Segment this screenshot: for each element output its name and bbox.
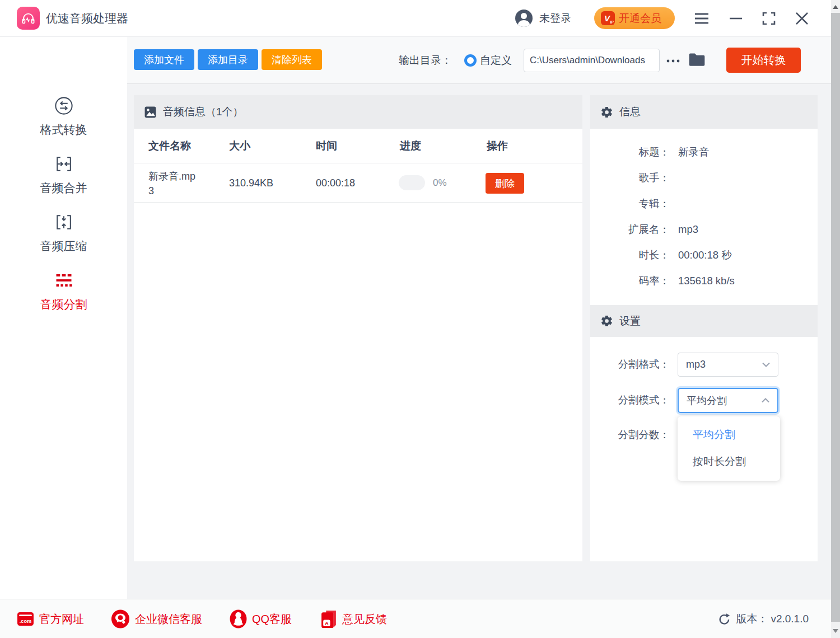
app-logo	[17, 7, 40, 30]
version-label: 版本：	[736, 612, 768, 626]
refresh-icon[interactable]	[718, 613, 731, 626]
vip-icon: V IP	[601, 11, 615, 25]
split-format-select[interactable]: mp3	[678, 353, 778, 377]
close-button[interactable]	[791, 0, 813, 36]
sidebar-item-format-convert[interactable]: 格式转换	[0, 96, 127, 138]
open-vip-button[interactable]: V IP 开通会员	[594, 7, 675, 29]
table-row: 新录音.mp3 310.94KB 00:00:18 0% 删除	[134, 163, 582, 203]
user-avatar-icon[interactable]	[515, 10, 533, 27]
settings-header: 设置	[590, 305, 818, 337]
hamburger-icon	[694, 12, 710, 25]
col-size: 大小	[229, 129, 250, 163]
right-panel: 信息 标题：新录音 歌手： 专辑： 扩展名：mp3 时长：00:00:18 秒 …	[590, 95, 818, 561]
settings-title: 设置	[619, 314, 641, 329]
minimize-icon	[729, 17, 743, 20]
split-mode-select[interactable]: 平均分割	[678, 388, 778, 413]
wecom-chat-icon	[111, 609, 130, 628]
minimize-button[interactable]	[725, 0, 747, 36]
feedback-doc-icon: A	[321, 610, 337, 628]
audio-compress-icon	[54, 212, 74, 232]
info-field-duration: 时长：00:00:18 秒	[590, 247, 818, 264]
open-folder-button[interactable]	[688, 51, 706, 69]
add-folder-button[interactable]: 添加目录	[198, 49, 258, 70]
feedback-link[interactable]: A 意见反馈	[321, 599, 387, 638]
version-value: v2.0.1.0	[771, 613, 809, 625]
col-progress: 进度	[400, 129, 421, 163]
gear-icon	[600, 315, 613, 327]
add-file-button[interactable]: 添加文件	[134, 49, 194, 70]
dropdown-option-by-duration[interactable]: 按时长分割	[678, 448, 780, 475]
split-mode-label: 分割模式：	[590, 393, 670, 407]
dropdown-option-average[interactable]: 平均分割	[678, 421, 780, 448]
sidebar: 格式转换 音频合并 音频压缩 音频分割	[0, 37, 127, 599]
ellipsis-icon	[666, 59, 680, 63]
qq-support-link[interactable]: QQ客服	[230, 599, 292, 638]
file-size: 310.94KB	[229, 163, 273, 203]
media-image-icon	[144, 106, 157, 119]
svg-text:A: A	[325, 620, 329, 626]
info-field-extension: 扩展名：mp3	[590, 221, 818, 238]
scroll-up-arrow-icon[interactable]	[833, 5, 838, 9]
chevron-up-icon	[762, 398, 769, 403]
official-site-link[interactable]: .com 官方网址	[17, 599, 84, 638]
scroll-down-arrow-icon[interactable]	[833, 629, 838, 633]
custom-radio-label[interactable]: 自定义	[480, 37, 512, 84]
sidebar-item-audio-merge[interactable]: 音频合并	[0, 154, 127, 196]
audio-merge-icon	[54, 154, 74, 174]
chevron-down-icon	[762, 362, 770, 367]
toolbar: 添加文件 添加目录 清除列表 输出目录： 自定义 开始转换	[127, 37, 831, 84]
info-title: 信息	[619, 105, 641, 119]
maximize-button[interactable]	[758, 0, 780, 36]
title-bar: 优速音频处理器 未登录 V IP 开通会员	[0, 0, 831, 36]
output-path-input[interactable]	[524, 49, 660, 72]
audio-info-title: 音频信息（1个）	[163, 105, 244, 119]
split-format-label: 分割格式：	[590, 357, 670, 371]
vertical-scrollbar[interactable]	[831, 0, 840, 638]
sidebar-item-audio-compress[interactable]: 音频压缩	[0, 212, 127, 254]
version-info: 版本：v2.0.1.0	[718, 599, 809, 638]
info-field-title: 标题：新录音	[590, 144, 818, 161]
custom-output-radio[interactable]	[464, 54, 477, 67]
delete-button[interactable]: 删除	[486, 173, 524, 194]
app-title: 优速音频处理器	[46, 0, 128, 36]
format-convert-icon	[54, 96, 74, 116]
login-status[interactable]: 未登录	[539, 0, 571, 36]
headphones-icon	[21, 11, 36, 26]
wecom-support-link[interactable]: 企业微信客服	[111, 599, 202, 638]
maximize-icon	[762, 12, 776, 25]
info-header: 信息	[590, 95, 818, 129]
folder-icon	[688, 51, 706, 67]
split-mode-dropdown: 平均分割 按时长分割	[678, 416, 780, 481]
qq-penguin-icon	[230, 609, 247, 628]
output-dir-label: 输出目录：	[399, 37, 452, 84]
menu-button[interactable]	[690, 0, 713, 36]
progress-percent: 0%	[433, 163, 447, 203]
file-duration: 00:00:18	[316, 163, 355, 203]
audio-info-header: 音频信息（1个）	[134, 95, 582, 129]
start-convert-button[interactable]: 开始转换	[726, 48, 801, 73]
info-field-album: 专辑：	[590, 195, 818, 212]
info-field-artist: 歌手：	[590, 170, 818, 186]
dotcom-site-icon: .com	[17, 611, 34, 627]
progress-bar	[399, 175, 425, 190]
clear-list-button[interactable]: 清除列表	[262, 49, 322, 70]
col-action: 操作	[487, 129, 508, 163]
col-time: 时间	[316, 129, 337, 163]
footer: .com 官方网址 企业微信客服 QQ客服 A 意见反馈	[0, 599, 831, 638]
svg-text:.com: .com	[20, 618, 32, 624]
sidebar-item-audio-split[interactable]: 音频分割	[0, 270, 127, 312]
gear-icon	[600, 106, 613, 119]
table-header-row: 文件名称 大小 时间 进度 操作	[134, 129, 582, 163]
scrollbar-thumb[interactable]	[831, 13, 840, 622]
audio-info-panel: 音频信息（1个） 文件名称 大小 时间 进度 操作 新录音.mp3 310.94…	[134, 95, 582, 561]
info-field-bitrate: 码率：135618 kb/s	[590, 273, 818, 289]
vip-button-label: 开通会员	[619, 11, 661, 26]
file-name: 新录音.mp3	[148, 169, 195, 198]
split-count-label: 分割分数：	[590, 428, 670, 442]
browse-more-button[interactable]	[664, 51, 683, 69]
close-icon	[795, 12, 809, 25]
col-filename: 文件名称	[148, 129, 191, 163]
audio-split-icon	[54, 270, 74, 290]
